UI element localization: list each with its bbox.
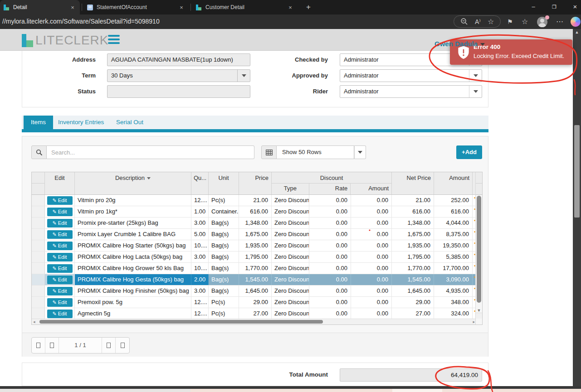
read-aloud-icon[interactable]: A⁾ [475,19,481,25]
description-column-header[interactable]: Description [75,172,191,194]
cell-discount-type[interactable]: Zero Discount [272,240,309,251]
url-text[interactable]: //mylora.liteclerk.com/Software/SalesDet… [2,18,160,25]
edit-button[interactable]: ✎Edit [47,242,73,250]
edit-button[interactable]: ✎Edit [47,298,73,307]
scroll-right-icon[interactable]: ▸ [473,319,475,324]
cell-description[interactable]: PROMIX Calibre Hog Lacta (50kgs) bag [75,252,191,262]
vertical-scroll-thumb[interactable] [477,196,481,303]
cell-price[interactable]: 27.00 [239,308,272,319]
cell-quantity[interactable]: 10.... [191,263,209,274]
cell-price[interactable]: 1,645.00 [239,286,272,296]
cell-discount-type[interactable]: Zero Discount [272,206,309,217]
table-row[interactable]: ✎EditPROMIX Calibre Hog Starter (50kgs) … [32,240,482,252]
tab-close-icon[interactable]: × [69,4,76,11]
horizontal-scrollbar[interactable]: ◂ ▸ [32,319,476,324]
cell-discount-rate[interactable]: 0.00 [309,206,351,217]
cell-amount[interactable]: 616.00 [434,206,473,217]
cell-discount-amount[interactable]: 0.00 [351,240,392,251]
scroll-left-icon[interactable]: ◂ [33,319,35,324]
browser-tab-statement[interactable]: StatementOfAccount × [83,0,189,15]
cell-quantity[interactable]: 5.00 [191,229,209,240]
cell-amount[interactable]: 252.00 [434,195,473,206]
browser-tab-detail[interactable]: Detail × [0,0,80,15]
cell-description[interactable]: Premoxil pow. 5g [75,297,191,308]
edit-button[interactable]: ✎Edit [47,208,73,216]
cell-discount-rate[interactable]: 0.00 [309,263,351,274]
term-select[interactable]: 30 Days [107,69,250,82]
cell-price[interactable]: 1,348.00 [239,218,272,228]
pager-first-button[interactable] [32,338,45,353]
cell-unit[interactable]: Pc(s) [209,195,239,206]
table-row[interactable]: ✎EditPROMIX Calibre Hog Finisher (50kgs)… [32,286,482,297]
cell-discount-rate[interactable]: 0.00 [309,229,351,240]
cell-discount-amount[interactable]: 0.00 [351,252,392,262]
scroll-up-icon[interactable]: ▲ [573,30,581,34]
discount-rate-header[interactable]: Rate [309,184,351,194]
cell-discount-amount[interactable]: 0.00 [351,297,392,308]
cell-amount[interactable]: 8,375.00 [434,229,473,240]
collections-icon[interactable]: ☆ [522,18,528,25]
row-handle[interactable] [32,206,45,217]
cell-description[interactable]: Agmectin 5g [75,308,191,319]
cell-description[interactable]: Vitmin pro 20g [75,195,191,206]
row-handle[interactable] [32,195,45,206]
quantity-column-header[interactable]: Qu... [191,172,209,194]
edit-button[interactable]: ✎Edit [47,219,73,227]
cell-description[interactable]: Promix pre-starter (25kgs) Bag [75,218,191,228]
row-handle[interactable] [32,240,45,251]
row-handle[interactable] [32,274,45,285]
cell-price[interactable]: 1,675.00 [239,229,272,240]
cell-amount[interactable]: 19,350.00 [434,240,473,251]
row-handle[interactable] [32,229,45,240]
rows-per-page-select[interactable]: Show 50 Rows [261,145,366,159]
search-input[interactable] [47,145,254,159]
cell-amount[interactable]: 17,700.00 [434,263,473,274]
edit-button[interactable]: ✎Edit [47,287,73,295]
cell-net-price[interactable]: 27.00 [392,308,434,319]
cell-discount-amount[interactable]: 0.00 [351,206,392,217]
cell-unit[interactable]: Bag(s) [209,240,239,251]
cell-net-price[interactable]: 616.00 [392,206,434,217]
cell-description[interactable]: PROMIX Calibre Hog Starter (50kgs) bag [75,240,191,251]
cell-discount-rate[interactable]: 0.00 [309,240,351,251]
cell-discount-type[interactable]: Zero Discount [272,218,309,228]
cell-discount-amount[interactable]: 0.00 [351,308,392,319]
close-window-button[interactable]: × [565,0,581,15]
cell-unit[interactable]: Pc(s) [209,308,239,319]
user-menu[interactable]: Gwen Dadula [435,40,485,48]
cell-discount-rate[interactable]: 0.00 [309,195,351,206]
rider-select[interactable]: Administrator [340,85,482,98]
cell-net-price[interactable]: 1,935.00 [392,240,434,251]
table-row[interactable]: ✎EditPROMIX Calibre Hog Lacta (50kgs) ba… [32,252,482,263]
cell-discount-type[interactable]: Zero Discount [272,229,309,240]
cell-unit[interactable]: Bag(s) [209,286,239,296]
hamburger-menu-icon[interactable] [108,35,120,44]
discount-group-header[interactable]: Discount [272,172,391,184]
favorite-star-icon[interactable]: ☆ [488,18,494,25]
dropdown-arrow-icon[interactable] [469,70,482,82]
new-tab-button[interactable]: + [303,2,314,13]
cell-quantity[interactable]: 12.... [191,308,209,319]
discount-amount-header[interactable]: Amount [351,184,391,194]
add-button[interactable]: +Add [456,145,482,159]
address-field[interactable]: AGUADA CATAINGAN MASBATE(1up 1down) [107,53,250,66]
row-handle[interactable] [32,218,45,228]
pager-next-button[interactable] [102,338,116,353]
cell-unit[interactable]: Bag(s) [209,274,239,285]
cell-discount-type[interactable]: Zero Discount [272,274,309,285]
cell-discount-amount[interactable]: 0.00 [351,263,392,274]
table-row[interactable]: ✎EditPromix Layer Crumble 1 Calibre BAG5… [32,229,482,240]
cell-quantity[interactable]: 3.00 [191,286,209,296]
cell-price[interactable]: 21.00 [239,195,272,206]
cell-net-price[interactable]: 1,770.00 [392,263,434,274]
cell-description[interactable]: Vitmin pro 1kg* [75,206,191,217]
cell-discount-amount[interactable]: 0.00 [351,286,392,296]
cell-discount-amount[interactable]: 0.00 [351,195,392,206]
dropdown-arrow-icon[interactable] [469,86,482,97]
row-handle[interactable] [32,297,45,308]
tab-items[interactable]: Items [24,116,53,129]
row-handle[interactable] [32,252,45,262]
table-row[interactable]: ✎EditVitmin pro 1kg*1.00Container...616.… [32,206,482,218]
tab-close-icon[interactable]: × [287,4,294,11]
grid-view-button[interactable] [261,145,277,159]
